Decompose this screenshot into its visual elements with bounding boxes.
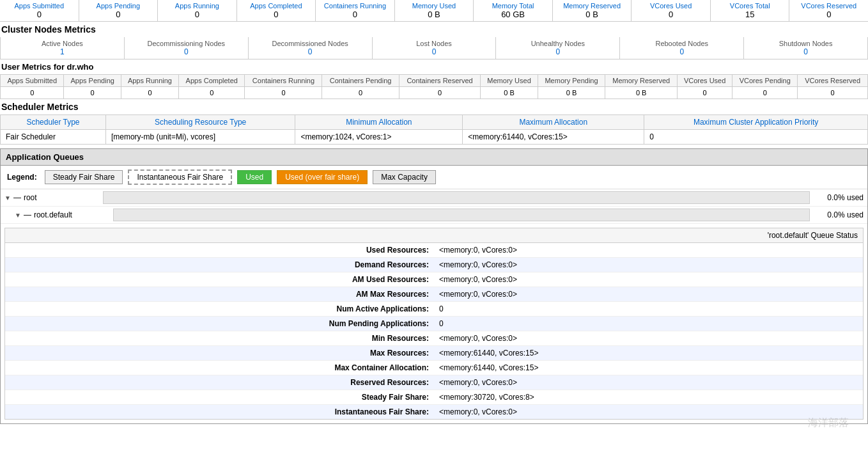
queue-status-row: Demand Resources:<memory:0, vCores:0>: [5, 258, 863, 272]
scheduler-cell: <memory:1024, vCores:1>: [295, 130, 463, 145]
node-metric-item: Unhealthy Nodes0: [496, 37, 620, 59]
user-metric-value: 0: [798, 87, 868, 99]
queue-status-value: <memory:0, vCores:0>: [434, 331, 863, 345]
queue-status-row: AM Max Resources:<memory:0, vCores:0>: [5, 287, 863, 302]
top-metric-item: Memory Total60 GB: [474, 0, 553, 21]
queue-status-key: Reserved Resources:: [5, 375, 434, 390]
queue-status-key: Used Resources:: [5, 243, 434, 257]
user-metric-value: 0: [399, 87, 481, 99]
used-btn[interactable]: Used: [237, 170, 272, 184]
queue-status-key: Min Resources:: [5, 331, 434, 345]
queue-used-pct: 0.0% used: [812, 210, 864, 219]
max-capacity-btn[interactable]: Max Capacity: [373, 170, 436, 184]
node-value[interactable]: 0: [745, 47, 866, 56]
metric-value: 0 B: [555, 10, 629, 19]
metric-label: Apps Running: [160, 2, 234, 10]
metric-label: Apps Pending: [82, 2, 155, 10]
user-metric-header: Apps Submitted: [1, 75, 64, 87]
queue-status-row: AM Used Resources:<memory:0, vCores:0>: [5, 272, 863, 287]
node-metric-item: Shutdown Nodes0: [744, 37, 867, 59]
queue-status-key: Num Pending Applications:: [5, 317, 434, 331]
used-over-fair-share-btn[interactable]: Used (over fair share): [277, 170, 368, 184]
scheduler-title: Scheduler Metrics: [0, 99, 868, 114]
node-label: Decommissioning Nodes: [126, 40, 247, 47]
node-label: Lost Nodes: [374, 40, 495, 47]
queue-status-row: Steady Fair Share:<memory:30720, vCores:…: [5, 390, 863, 405]
user-metric-value: 0: [678, 87, 732, 99]
node-value[interactable]: 1: [2, 47, 123, 56]
metric-label: Memory Used: [398, 2, 471, 10]
queue-dash: —: [24, 210, 31, 219]
queue-status-key: Steady Fair Share:: [5, 390, 434, 404]
queue-status-value: <memory:0, vCores:0>: [434, 287, 863, 301]
node-value[interactable]: 0: [497, 47, 618, 56]
steady-fair-share-btn[interactable]: Steady Fair Share: [45, 170, 123, 184]
app-queues-header: Application Queues: [1, 149, 867, 166]
top-metric-item: Apps Completed0: [237, 0, 316, 21]
queue-status-value: <memory:0, vCores:0>: [434, 272, 863, 287]
metric-label: Memory Total: [476, 2, 550, 10]
node-metric-item: Decommissioned Nodes0: [249, 37, 373, 59]
queue-toggle[interactable]: ▼: [15, 212, 21, 219]
cluster-nodes-section: Cluster Nodes Metrics Active Nodes1Decom…: [0, 22, 868, 59]
queue-status-row: Max Container Allocation:<memory:61440, …: [5, 361, 863, 375]
user-metrics-section: User Metrics for dr.who Apps SubmittedAp…: [0, 59, 868, 99]
queue-status-row: Num Pending Applications:0: [5, 317, 863, 331]
node-value[interactable]: 0: [374, 47, 495, 56]
user-metrics-table: Apps SubmittedApps PendingApps RunningAp…: [0, 74, 868, 99]
queue-status-value: <memory:30720, vCores:8>: [434, 390, 863, 404]
queue-status-row: Max Resources:<memory:61440, vCores:15>: [5, 346, 863, 361]
scheduler-cell: <memory:61440, vCores:15>: [463, 130, 644, 145]
user-metric-value: 0 B: [605, 87, 678, 99]
metric-value: 0: [318, 10, 392, 19]
top-metric-item: Apps Pending0: [79, 0, 159, 21]
node-value[interactable]: 0: [126, 47, 247, 56]
queue-toggle[interactable]: ▼: [4, 194, 11, 201]
top-metric-item: VCores Reserved0: [789, 0, 868, 21]
cluster-nodes-title: Cluster Nodes Metrics: [0, 22, 868, 37]
scheduler-header: Maximum Cluster Application Priority: [644, 115, 868, 130]
queue-status-row: Num Active Applications:0: [5, 302, 863, 317]
user-metric-header: Memory Pending: [538, 75, 605, 87]
queue-dash: —: [13, 193, 21, 202]
user-metric-value: 0: [178, 87, 245, 99]
queue-name[interactable]: root: [24, 193, 100, 202]
queue-row: ▼—root0.0% used: [1, 189, 867, 207]
metric-label: Apps Submitted: [3, 2, 76, 10]
metric-label: VCores Total: [713, 2, 787, 10]
queue-status-key: AM Max Resources:: [5, 287, 434, 301]
metric-value: 0: [82, 10, 155, 19]
user-metric-header: Apps Completed: [178, 75, 245, 87]
queue-status-key: Num Active Applications:: [5, 302, 434, 316]
user-metric-header: Containers Pending: [322, 75, 399, 87]
node-value[interactable]: 0: [621, 47, 742, 56]
instantaneous-fair-share-btn[interactable]: Instantaneous Fair Share: [128, 169, 232, 185]
queue-bar-container: [113, 209, 810, 221]
user-metric-header: Apps Running: [121, 75, 178, 87]
node-metric-item: Rebooted Nodes0: [620, 37, 744, 59]
queue-status-key: AM Used Resources:: [5, 272, 434, 287]
queue-status-key: Max Container Allocation:: [5, 361, 434, 375]
queue-status-value: <memory:61440, vCores:15>: [434, 361, 863, 375]
node-label: Unhealthy Nodes: [497, 40, 618, 47]
scheduler-header: Minimum Allocation: [295, 115, 463, 130]
metric-value: 0 B: [398, 10, 471, 19]
queue-status-row: Used Resources:<memory:0, vCores:0>: [5, 243, 863, 258]
node-metric-item: Active Nodes1: [1, 37, 125, 59]
queue-bar-container: [103, 191, 810, 204]
metric-value: 0: [160, 10, 234, 19]
metric-value: 0: [240, 10, 313, 19]
queue-row: ▼—root.default0.0% used: [1, 207, 867, 224]
queue-name[interactable]: root.default: [34, 210, 111, 219]
user-metric-header: VCores Reserved: [798, 75, 868, 87]
scheduler-header: Maximum Allocation: [463, 115, 644, 130]
node-value[interactable]: 0: [250, 47, 371, 56]
user-metrics-title: User Metrics for dr.who: [0, 59, 868, 74]
node-metric-item: Lost Nodes0: [373, 37, 497, 59]
metric-value: 60 GB: [476, 10, 550, 19]
metric-label: Apps Completed: [240, 2, 313, 10]
top-metric-item: Containers Running0: [316, 0, 395, 21]
top-metrics-bar: Apps Submitted0Apps Pending0Apps Running…: [0, 0, 868, 22]
top-metric-item: VCores Total15: [711, 0, 790, 21]
scheduler-table: Scheduler TypeScheduling Resource TypeMi…: [0, 114, 868, 145]
